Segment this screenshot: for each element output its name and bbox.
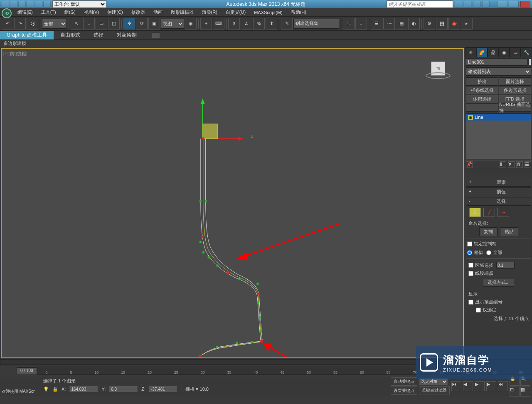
material-editor-icon[interactable]: ◐ — [408, 18, 420, 30]
curve-editor-icon[interactable]: 〰 — [383, 18, 395, 30]
set-key-button[interactable]: 设置关键点 — [391, 387, 417, 395]
key-filters-button[interactable]: 关键点过滤器 — [419, 386, 450, 394]
minimize-button[interactable] — [497, 1, 507, 7]
view-cube[interactable]: 前 — [426, 62, 451, 82]
comm-center-icon[interactable] — [464, 1, 471, 7]
remove-mod-icon[interactable]: 🗑 — [516, 161, 523, 168]
qa-undo-icon[interactable] — [27, 1, 34, 7]
next-frame-icon[interactable]: ▶ — [486, 381, 496, 391]
ribbon-tab-paint[interactable]: 对象绘制 — [110, 31, 143, 39]
scale-icon[interactable]: ▣ — [148, 18, 160, 30]
mod-btn-spline-select[interactable]: 样条线选择 — [466, 86, 498, 94]
help-icon[interactable] — [482, 1, 490, 7]
play-icon[interactable]: ▶ — [475, 381, 485, 391]
only-selected-checkbox[interactable] — [476, 308, 481, 313]
help-search-input[interactable] — [387, 0, 453, 8]
area-select-spinner[interactable]: 0.1 — [496, 262, 515, 269]
object-color-swatch[interactable] — [528, 59, 531, 65]
make-unique-icon[interactable]: ∀ — [508, 161, 515, 168]
qa-new-icon[interactable] — [2, 1, 9, 7]
select-region-rect-icon[interactable]: ▭ — [96, 18, 107, 30]
mod-btn-vol-select[interactable]: 体积选择 — [466, 95, 498, 103]
menu-tools[interactable]: 工具(T) — [37, 8, 60, 16]
ref-coord-dropdown[interactable]: 视图 — [161, 19, 184, 29]
area-select-checkbox[interactable] — [468, 263, 473, 268]
menu-edit[interactable]: 编辑(E) — [13, 8, 37, 16]
qa-link-icon[interactable] — [43, 1, 51, 7]
layers-icon[interactable]: ☰ — [371, 18, 382, 30]
menu-modifiers[interactable]: 修改器 — [127, 8, 149, 16]
schematic-view-icon[interactable]: ▤ — [396, 18, 407, 30]
utilities-tab-icon[interactable]: 🔧 — [521, 47, 532, 57]
segment-end-checkbox[interactable] — [468, 271, 473, 276]
align-icon[interactable]: ≡ — [355, 18, 367, 30]
render-frame-icon[interactable]: 🖼 — [436, 18, 448, 30]
show-vert-num-checkbox[interactable] — [468, 300, 473, 305]
modifier-stack[interactable]: ▣ Line — [466, 113, 531, 159]
goto-end-icon[interactable]: ⏭ — [498, 381, 508, 391]
goto-start-icon[interactable]: ⏮ — [451, 381, 461, 391]
create-tab-icon[interactable]: ✳ — [465, 47, 476, 57]
angle-snap-icon[interactable]: ∠ — [241, 18, 252, 30]
selection-filter-dropdown[interactable]: 全部 — [42, 19, 67, 29]
z-coord-input[interactable]: -37.481 — [149, 386, 178, 392]
copy-button[interactable]: 复制 — [479, 227, 498, 236]
edit-named-sel-icon[interactable]: ✎ — [281, 18, 293, 30]
ribbon-collapse-icon[interactable] — [152, 32, 160, 38]
workspace-dropdown[interactable]: 工作台: 默认 — [52, 0, 106, 8]
x-coord-input[interactable]: 164.093 — [69, 386, 98, 392]
object-name-input[interactable] — [466, 58, 527, 66]
rollout-render[interactable]: +渲染 — [466, 178, 531, 187]
pivot-center-icon[interactable]: ◉ — [185, 18, 197, 30]
rotate-icon[interactable]: ⟳ — [136, 18, 148, 30]
segment-subobj-icon[interactable]: ╱ — [483, 208, 495, 217]
lock-icon[interactable]: 💡 — [43, 387, 49, 392]
ribbon-tab-graphite[interactable]: Graphite 建模工具 — [0, 31, 54, 39]
menu-rendering[interactable]: 渲染(R) — [198, 8, 222, 16]
move-icon[interactable]: ✥ — [123, 18, 135, 30]
paste-button[interactable]: 粘贴 — [500, 227, 518, 236]
close-button[interactable] — [520, 1, 530, 7]
manipulate-icon[interactable]: ⌖ — [200, 18, 212, 30]
menu-animation[interactable]: 动画 — [149, 8, 167, 16]
select-by-name-icon[interactable]: ≡ — [83, 18, 95, 30]
qa-save-icon[interactable] — [18, 1, 26, 7]
menu-customize[interactable]: 自定义(U) — [222, 8, 250, 16]
rollout-interp[interactable]: +插值 — [466, 187, 531, 196]
menu-create[interactable]: 创建(C) — [103, 8, 127, 16]
motion-tab-icon[interactable]: ◉ — [498, 47, 510, 57]
window-crossing-icon[interactable]: ◫ — [108, 18, 120, 30]
modifier-list-dropdown[interactable]: 修改器列表 — [466, 67, 531, 76]
lock-handles-checkbox[interactable] — [467, 241, 472, 246]
maxscript-mini-listener-icon[interactable] — [2, 378, 18, 386]
link-icon[interactable]: ⛓ — [27, 18, 38, 30]
named-selection-input[interactable] — [293, 19, 339, 29]
stack-item-line[interactable]: ▣ Line — [466, 114, 531, 121]
mod-btn-patch-select[interactable]: 面片选择 — [499, 77, 531, 86]
alike-radio[interactable] — [467, 250, 472, 255]
viewport[interactable]: [+][前][线框] 前 x — [1, 48, 464, 358]
render-icon[interactable]: 🫖 — [448, 18, 460, 30]
select-object-icon[interactable]: ↖ — [71, 18, 82, 30]
zoom-extents-icon[interactable]: ⊡ — [510, 387, 520, 397]
ribbon-tab-freeform[interactable]: 自由形式 — [54, 31, 87, 39]
menu-maxscript[interactable]: MAXScript(M) — [250, 8, 286, 16]
mod-btn-empty[interactable] — [466, 103, 498, 112]
time-slider[interactable]: 0 / 100 — [17, 367, 37, 374]
stack-expand-icon[interactable]: ▣ — [468, 115, 473, 120]
max-viewport-icon[interactable]: ▦ — [520, 387, 530, 397]
select-by-button[interactable]: 选择方式... — [483, 278, 514, 287]
menu-help[interactable]: 帮助(H) — [287, 8, 310, 16]
lock-selection-icon[interactable]: 🔒 — [52, 387, 58, 392]
modify-tab-icon[interactable]: 🌈 — [476, 47, 488, 57]
prev-frame-icon[interactable]: ◀ — [463, 381, 473, 391]
vertex-subobj-icon[interactable]: ⠿ — [469, 208, 481, 217]
configure-sets-icon[interactable]: ☰ — [525, 161, 531, 168]
auto-key-button[interactable]: 自动关键点 — [391, 377, 417, 386]
render-prod-icon[interactable]: ▸ — [461, 18, 473, 30]
render-setup-icon[interactable]: ⚙ — [424, 18, 435, 30]
snap-3d-icon[interactable]: 3 — [228, 18, 240, 30]
undo-icon[interactable]: ↶ — [2, 18, 13, 30]
show-end-result-icon[interactable]: Ⅱ — [500, 161, 506, 168]
keyboard-shortcut-icon[interactable]: ⌨ — [213, 18, 224, 30]
